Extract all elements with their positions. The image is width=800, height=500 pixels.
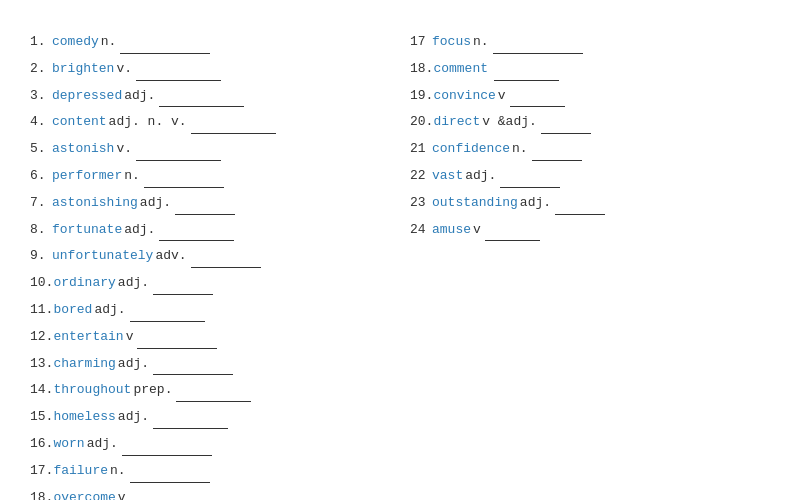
item-blank: [136, 139, 221, 161]
item-blank: [159, 86, 244, 108]
item-blank: [130, 300, 205, 322]
item-number: 17: [410, 32, 432, 53]
item-word: astonish: [52, 139, 114, 160]
item-pos: adj.: [124, 220, 155, 241]
item-blank: [159, 220, 234, 242]
columns-container: 1.comedy n. 2.brighten v. 3.depressed ad…: [30, 32, 770, 500]
item-blank: [555, 193, 605, 215]
item-number: 4.: [30, 112, 52, 133]
item-word: vast: [432, 166, 463, 187]
list-item: 18.comment: [410, 59, 770, 81]
item-blank: [130, 461, 210, 483]
item-blank: [176, 380, 251, 402]
item-number: 23: [410, 193, 432, 214]
item-number: 20.: [410, 112, 433, 133]
item-number: 10.: [30, 273, 53, 294]
item-word: unfortunately: [52, 246, 153, 267]
item-pos: v: [126, 327, 134, 348]
item-number: 21: [410, 139, 432, 160]
item-number: 13.: [30, 354, 53, 375]
item-pos: v: [118, 488, 126, 500]
list-item: 16.worn adj.: [30, 434, 400, 456]
item-number: 11.: [30, 300, 53, 321]
item-pos: v.: [116, 139, 132, 160]
item-number: 22: [410, 166, 432, 187]
item-word: fortunate: [52, 220, 122, 241]
item-word: direct: [433, 112, 480, 133]
item-word: outstanding: [432, 193, 518, 214]
item-word: charming: [53, 354, 115, 375]
list-item: 19.convince v: [410, 86, 770, 108]
item-blank: [191, 112, 276, 134]
item-number: 17.: [30, 461, 53, 482]
list-item: 15.homeless adj.: [30, 407, 400, 429]
item-pos: n.: [124, 166, 140, 187]
item-pos: v: [498, 86, 506, 107]
list-item: 8.fortunate adj.: [30, 220, 400, 242]
item-number: 18.: [30, 488, 53, 500]
item-word: comedy: [52, 32, 99, 53]
item-blank: [153, 354, 233, 376]
item-number: 8.: [30, 220, 52, 241]
list-item: 24amuse v: [410, 220, 770, 242]
item-pos: n.: [473, 32, 489, 53]
item-blank: [191, 246, 261, 268]
item-pos: adj.: [140, 193, 171, 214]
list-item: 20.direct v &adj.: [410, 112, 770, 134]
list-item: 21confidence n.: [410, 139, 770, 161]
list-item: 3.depressed adj.: [30, 86, 400, 108]
item-blank: [493, 32, 583, 54]
item-blank: [175, 193, 235, 215]
item-number: 5.: [30, 139, 52, 160]
item-blank: [494, 59, 559, 81]
list-item: 6.performer n.: [30, 166, 400, 188]
list-item: 13.charming adj.: [30, 354, 400, 376]
list-item: 7.astonishing adj.: [30, 193, 400, 215]
item-pos: adj.: [465, 166, 496, 187]
item-word: depressed: [52, 86, 122, 107]
item-number: 2.: [30, 59, 52, 80]
item-word: overcome: [53, 488, 115, 500]
item-blank: [153, 273, 213, 295]
item-number: 15.: [30, 407, 53, 428]
item-number: 14.: [30, 380, 53, 401]
item-word: comment: [433, 59, 488, 80]
item-blank: [153, 407, 228, 429]
item-blank: [500, 166, 560, 188]
right-column: 17focus n. 18.comment 19.convince v 20.d…: [400, 32, 770, 500]
item-word: brighten: [52, 59, 114, 80]
list-item: 2.brighten v.: [30, 59, 400, 81]
list-item: 4.content adj. n. v.: [30, 112, 400, 134]
item-pos: adj.: [124, 86, 155, 107]
item-pos: n.: [512, 139, 528, 160]
item-pos: adj.: [118, 273, 149, 294]
item-pos: adj.: [87, 434, 118, 455]
item-pos: adj.: [118, 354, 149, 375]
item-blank: [532, 139, 582, 161]
item-pos: v.: [116, 59, 132, 80]
item-word: content: [52, 112, 107, 133]
item-word: failure: [53, 461, 108, 482]
item-word: throughout: [53, 380, 131, 401]
item-pos: n.: [110, 461, 126, 482]
item-number: 24: [410, 220, 432, 241]
list-item: 9.unfortunately adv.: [30, 246, 400, 268]
page: 1.comedy n. 2.brighten v. 3.depressed ad…: [0, 0, 800, 500]
item-blank: [144, 166, 224, 188]
item-number: 1.: [30, 32, 52, 53]
item-word: convince: [433, 86, 495, 107]
list-item: 17.failure n.: [30, 461, 400, 483]
item-word: confidence: [432, 139, 510, 160]
item-word: focus: [432, 32, 471, 53]
item-blank: [120, 32, 210, 54]
item-word: worn: [53, 434, 84, 455]
item-blank: [137, 327, 217, 349]
item-blank: [541, 112, 591, 134]
item-number: 19.: [410, 86, 433, 107]
item-blank: [122, 434, 212, 456]
item-pos: prep.: [133, 380, 172, 401]
item-word: performer: [52, 166, 122, 187]
item-pos: adj.: [118, 407, 149, 428]
item-pos: adj.: [520, 193, 551, 214]
item-blank: [136, 59, 221, 81]
